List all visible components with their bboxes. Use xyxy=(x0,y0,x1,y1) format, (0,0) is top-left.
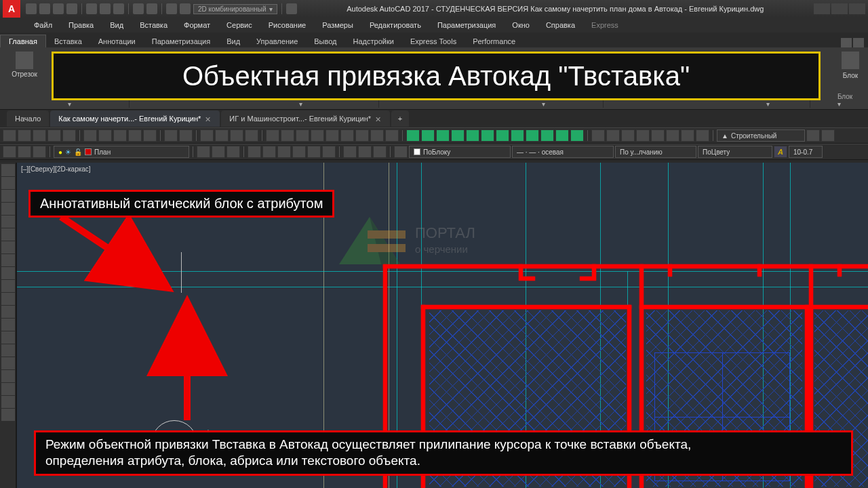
draw-gradient-icon[interactable] xyxy=(1,357,15,369)
maximize-button[interactable] xyxy=(831,3,848,14)
menu-express[interactable]: Express xyxy=(585,20,625,30)
doc-tab-1[interactable]: Как самому начерти...- Евгений Курицин*✕ xyxy=(50,110,220,127)
menu-dimension[interactable]: Размеры xyxy=(315,20,360,30)
layer-tool-icon[interactable] xyxy=(212,146,225,158)
dim-icon[interactable] xyxy=(421,129,435,142)
dim-icon[interactable] xyxy=(481,129,494,142)
tool-icon[interactable] xyxy=(355,129,369,142)
qat-open-icon[interactable] xyxy=(39,3,50,14)
layer-icon[interactable] xyxy=(33,146,46,158)
layer-combo[interactable]: ● ☀ 🔓 План xyxy=(54,146,189,158)
tool-icon[interactable] xyxy=(83,129,97,142)
tool-icon[interactable] xyxy=(326,129,339,142)
menu-file[interactable]: Файл xyxy=(27,20,59,30)
ribbon-tab-output[interactable]: Вывод xyxy=(306,35,344,47)
dim-icon[interactable] xyxy=(540,129,554,142)
tool-icon[interactable] xyxy=(3,129,16,142)
doc-tab-new[interactable]: + xyxy=(391,110,409,127)
tool-icon[interactable] xyxy=(821,129,835,142)
draw-point-icon[interactable] xyxy=(1,331,15,344)
layer-tool-icon[interactable] xyxy=(358,146,372,158)
lineweight-combo[interactable]: По у...лчанию xyxy=(615,146,696,158)
ribbon-tab-view[interactable]: Вид xyxy=(218,35,248,47)
tool-icon[interactable] xyxy=(164,129,178,142)
workspace-dropdown[interactable]: 2D комбинированный▾ xyxy=(193,4,277,14)
layer-tool-icon[interactable] xyxy=(277,146,291,158)
menu-modify[interactable]: Редактировать xyxy=(363,20,428,30)
color-byblock-combo[interactable]: ПоБлоку xyxy=(409,146,511,158)
layer-tool-icon[interactable] xyxy=(292,146,306,158)
tool-icon[interactable] xyxy=(200,129,214,142)
tool-icon[interactable] xyxy=(47,129,61,142)
draw-xline-icon[interactable] xyxy=(1,177,15,189)
tool-icon[interactable] xyxy=(128,129,142,142)
tool-icon[interactable] xyxy=(245,129,258,142)
ribbon-tab-performance[interactable]: Performance xyxy=(465,35,524,47)
tool-icon[interactable] xyxy=(113,129,127,142)
tool-icon[interactable] xyxy=(696,129,709,142)
menu-parametric[interactable]: Параметризация xyxy=(431,20,502,30)
dim-icon[interactable] xyxy=(526,129,539,142)
ribbon-min-icon[interactable] xyxy=(841,38,852,47)
ribbon-tab-home[interactable]: Главная xyxy=(0,35,46,47)
qat-undo-icon[interactable] xyxy=(100,3,111,14)
doc-tab-start[interactable]: Начало xyxy=(7,110,49,127)
dim-icon[interactable] xyxy=(466,129,479,142)
qat-redo-icon[interactable] xyxy=(113,3,124,14)
layer-tool-icon[interactable] xyxy=(197,146,210,158)
dim-icon[interactable] xyxy=(496,129,509,142)
layer-icon[interactable] xyxy=(18,146,31,158)
ribbon-tab-parametric[interactable]: Параметризация xyxy=(144,35,218,47)
qat-new-icon[interactable] xyxy=(26,3,37,14)
qat-gear-icon[interactable] xyxy=(180,3,191,14)
ribbon-tab-annotate[interactable]: Аннотации xyxy=(90,35,144,47)
draw-circle-icon[interactable] xyxy=(1,241,15,253)
tool-icon[interactable] xyxy=(18,129,31,142)
tool-icon[interactable] xyxy=(33,129,46,142)
draw-arc-icon[interactable] xyxy=(1,228,15,241)
tool-icon[interactable] xyxy=(621,129,635,142)
qat-preview-icon[interactable] xyxy=(146,3,157,14)
draw-spline-icon[interactable] xyxy=(1,267,15,279)
tool-icon[interactable] xyxy=(340,129,354,142)
tool-icon[interactable] xyxy=(651,129,665,142)
draw-rectangle-icon[interactable] xyxy=(1,216,15,228)
tool-icon[interactable] xyxy=(143,129,157,142)
annotative-toggle[interactable]: A xyxy=(774,146,787,158)
tool-icon[interactable] xyxy=(311,129,324,142)
layer-icon[interactable] xyxy=(3,146,16,158)
close-button[interactable] xyxy=(849,3,865,14)
dim-icon[interactable] xyxy=(436,129,450,142)
tool-icon[interactable] xyxy=(666,129,679,142)
draw-table-icon[interactable] xyxy=(1,383,15,395)
menu-insert[interactable]: Вставка xyxy=(133,20,174,30)
layer-tool-icon[interactable] xyxy=(343,146,357,158)
ribbon-help-icon[interactable] xyxy=(853,38,864,47)
tool-icon[interactable] xyxy=(179,129,193,142)
viewport-controls[interactable]: [–][Сверху][2D-каркас] xyxy=(21,165,91,173)
draw-ellipsearc-icon[interactable] xyxy=(1,293,15,305)
app-logo[interactable]: A xyxy=(3,0,20,18)
tool-icon[interactable] xyxy=(806,129,820,142)
dim-icon[interactable] xyxy=(555,129,569,142)
draw-line-icon[interactable] xyxy=(1,164,15,176)
block-insert-button[interactable] xyxy=(842,52,859,69)
qat-props-icon[interactable] xyxy=(166,3,177,14)
tool-icon[interactable] xyxy=(636,129,650,142)
ribbon-tab-insert[interactable]: Вставка xyxy=(46,35,90,47)
minimize-button[interactable] xyxy=(814,3,830,14)
linetype-combo[interactable]: — · — · осевая xyxy=(512,146,614,158)
qat-print-icon[interactable] xyxy=(133,3,144,14)
tool-icon[interactable] xyxy=(62,129,76,142)
layer-tool-icon[interactable] xyxy=(248,146,261,158)
tool-icon[interactable] xyxy=(681,129,694,142)
draw-polyline-icon[interactable] xyxy=(1,190,15,202)
dim-icon[interactable] xyxy=(451,129,465,142)
tool-icon[interactable] xyxy=(230,129,243,142)
qat-save-icon[interactable] xyxy=(53,3,64,14)
plotstyle-combo[interactable]: ПоЦвету xyxy=(698,146,772,158)
menu-tools[interactable]: Сервис xyxy=(220,20,259,30)
layer-tool-icon[interactable] xyxy=(226,146,240,158)
close-icon[interactable]: ✕ xyxy=(205,115,212,122)
tool-icon[interactable] xyxy=(591,129,605,142)
